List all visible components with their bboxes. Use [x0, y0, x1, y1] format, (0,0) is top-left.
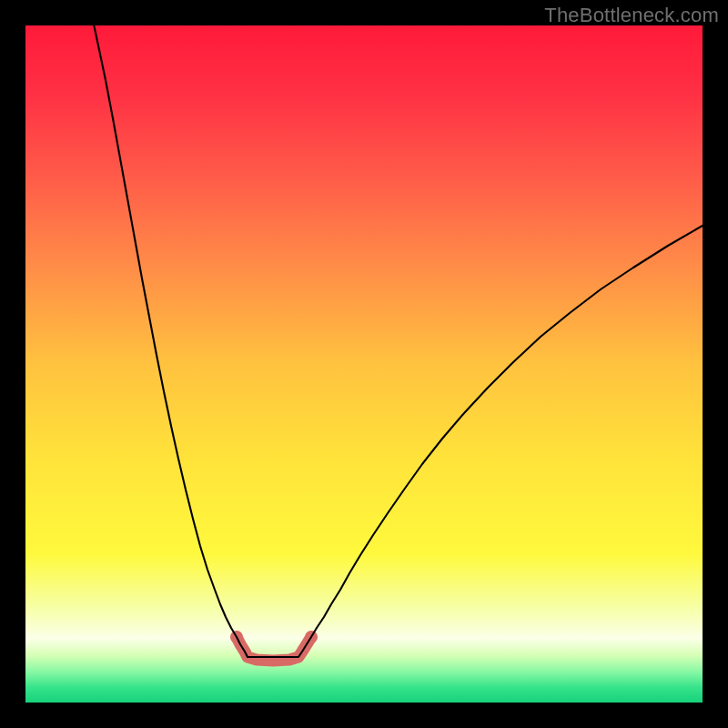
bottleneck-curve	[93, 25, 703, 657]
watermark-text: TheBottleneck.com	[544, 4, 719, 27]
curve-layer	[25, 25, 703, 703]
plot-area	[25, 25, 703, 703]
chart-stage: TheBottleneck.com	[0, 0, 728, 728]
